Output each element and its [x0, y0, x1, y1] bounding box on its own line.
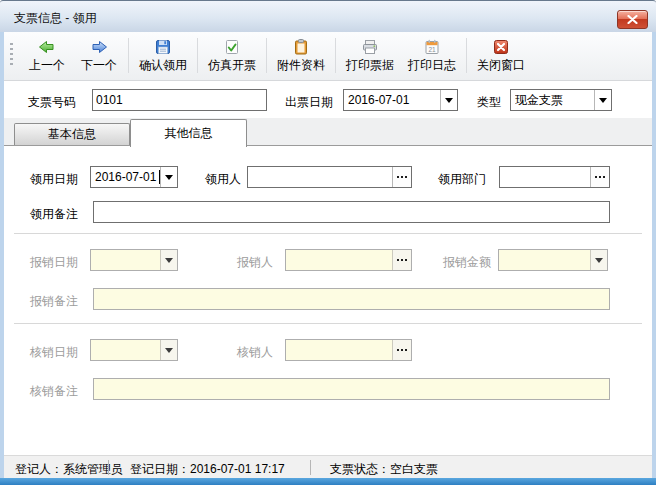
section-separator: [14, 323, 642, 324]
register-date-value: 2016-07-01 17:17: [190, 462, 285, 476]
registrant-label: 登记人：: [15, 462, 63, 476]
type-value: 现金支票: [515, 92, 594, 109]
collect-remark-label: 领用备注: [30, 206, 78, 223]
check-info-window: 支票信息 - 领用 上一个: [0, 0, 656, 485]
collect-dept-label: 领用部门: [438, 171, 486, 188]
toolbar-separator: [335, 38, 336, 73]
issue-date-dropdown-button[interactable]: [440, 90, 457, 110]
printer-icon: [361, 38, 379, 56]
collect-date-combobox[interactable]: 2016-07-01: [90, 166, 178, 188]
toolbar-button-attachments[interactable]: 附件资料: [270, 35, 332, 76]
window-title: 支票信息 - 领用: [14, 10, 97, 27]
writeoff-date-combobox: [90, 339, 178, 361]
writeoff-remark-label: 核销备注: [30, 383, 78, 400]
toolbar-separator: [466, 38, 467, 73]
section-separator: [14, 233, 642, 234]
toolbar-button-next[interactable]: 下一个: [73, 35, 125, 76]
window-border-right: [652, 32, 656, 478]
calendar-icon: 21: [423, 38, 441, 56]
chevron-down-icon: [165, 258, 173, 267]
writeoff-date-label: 核销日期: [30, 344, 78, 361]
status-bar: 登记人：系统管理员 登记日期：2016-07-01 17:17 支票状态：空白支…: [4, 455, 652, 478]
reimburse-amount-combobox: [498, 249, 608, 271]
check-number-input[interactable]: [92, 89, 267, 111]
reimburse-date-label: 报销日期: [30, 254, 78, 271]
tab-label: 基本信息: [48, 126, 96, 143]
toolbar-separator: [266, 38, 267, 73]
issue-date-label: 出票日期: [285, 94, 333, 111]
type-dropdown-button[interactable]: [594, 90, 611, 110]
toolbar-button-close-window[interactable]: 关闭窗口: [470, 35, 532, 76]
reimburse-person-field: [285, 249, 412, 271]
chevron-down-icon: [165, 348, 173, 357]
toolbar: 上一个 下一个: [4, 32, 652, 81]
collect-remark-input[interactable]: [93, 201, 610, 223]
reimburse-remark-input: [93, 288, 610, 310]
reimburse-person-browse-button: [392, 250, 411, 270]
window-border-bottom: [0, 478, 656, 485]
chevron-down-icon: [445, 98, 453, 107]
register-date-status: 登记日期：2016-07-01 17:17: [130, 461, 285, 478]
type-combobox[interactable]: 现金支票: [510, 89, 612, 111]
writeoff-person-label: 核销人: [237, 344, 273, 361]
window-close-button[interactable]: [617, 10, 648, 29]
ellipsis-icon: [401, 349, 403, 351]
tab-other-info[interactable]: 其他信息: [130, 119, 247, 147]
close-icon: [627, 15, 638, 24]
toolbar-gripper[interactable]: [10, 43, 13, 68]
check-number-label: 支票号码: [28, 94, 76, 111]
toolbar-button-label: 仿真开票: [208, 57, 256, 74]
reimburse-amount-dropdown-button: [590, 250, 607, 270]
toolbar-button-print-log[interactable]: 21 打印日志: [401, 35, 463, 76]
titlebar[interactable]: 支票信息 - 领用: [0, 0, 656, 32]
tab-basic-info[interactable]: 基本信息: [14, 123, 130, 145]
toolbar-button-previous[interactable]: 上一个: [21, 35, 73, 76]
collect-person-field[interactable]: [247, 166, 412, 188]
chevron-down-icon: [599, 98, 607, 107]
writeoff-date-dropdown-button: [160, 340, 177, 360]
toolbar-button-label: 下一个: [81, 57, 117, 74]
collect-person-label: 领用人: [205, 171, 241, 188]
toolbar-separator: [128, 38, 129, 73]
document-check-icon: [223, 38, 241, 56]
collect-person-browse-button[interactable]: [392, 167, 411, 187]
reimburse-amount-label: 报销金额: [443, 254, 491, 271]
register-date-label: 登记日期：: [130, 462, 190, 476]
issue-date-value: 2016-07-01: [348, 93, 440, 107]
ellipsis-icon: [401, 176, 403, 178]
chevron-down-icon: [165, 175, 173, 184]
close-red-icon: [492, 38, 510, 56]
tab-label: 其他信息: [165, 125, 213, 142]
arrow-right-icon: [90, 38, 108, 56]
toolbar-button-simulate-invoice[interactable]: 仿真开票: [201, 35, 263, 76]
collect-date-value: 2016-07-01: [95, 170, 158, 184]
ellipsis-icon: [401, 259, 403, 261]
clipboard-icon: [292, 38, 310, 56]
collect-dept-browse-button[interactable]: [590, 167, 609, 187]
save-icon: [154, 38, 172, 56]
writeoff-person-browse-button: [392, 340, 411, 360]
reimburse-date-dropdown-button: [160, 250, 177, 270]
registrant-status: 登记人：系统管理员: [15, 461, 123, 478]
toolbar-separator: [197, 38, 198, 73]
statusbar-separator: [310, 460, 311, 475]
collect-date-dropdown-button[interactable]: [160, 167, 177, 187]
toolbar-button-label: 附件资料: [277, 57, 325, 74]
toolbar-button-label: 关闭窗口: [477, 57, 525, 74]
type-label: 类型: [477, 94, 501, 111]
toolbar-button-print-receipt[interactable]: 打印票据: [339, 35, 401, 76]
issue-date-combobox[interactable]: 2016-07-01: [343, 89, 458, 111]
chevron-down-icon: [595, 258, 603, 267]
collect-date-label: 领用日期: [30, 171, 78, 188]
toolbar-button-label: 确认领用: [139, 57, 187, 74]
registrant-value: 系统管理员: [63, 462, 123, 476]
toolbar-button-label: 打印日志: [408, 57, 456, 74]
writeoff-remark-input: [93, 378, 610, 400]
toolbar-button-confirm-collect[interactable]: 确认领用: [132, 35, 194, 76]
window-border-left: [0, 32, 4, 478]
calendar-day-number: 21: [428, 45, 436, 52]
reimburse-person-label: 报销人: [237, 254, 273, 271]
collect-dept-field[interactable]: [499, 166, 610, 188]
tab-page-border: [4, 145, 652, 146]
toolbar-button-label: 打印票据: [346, 57, 394, 74]
